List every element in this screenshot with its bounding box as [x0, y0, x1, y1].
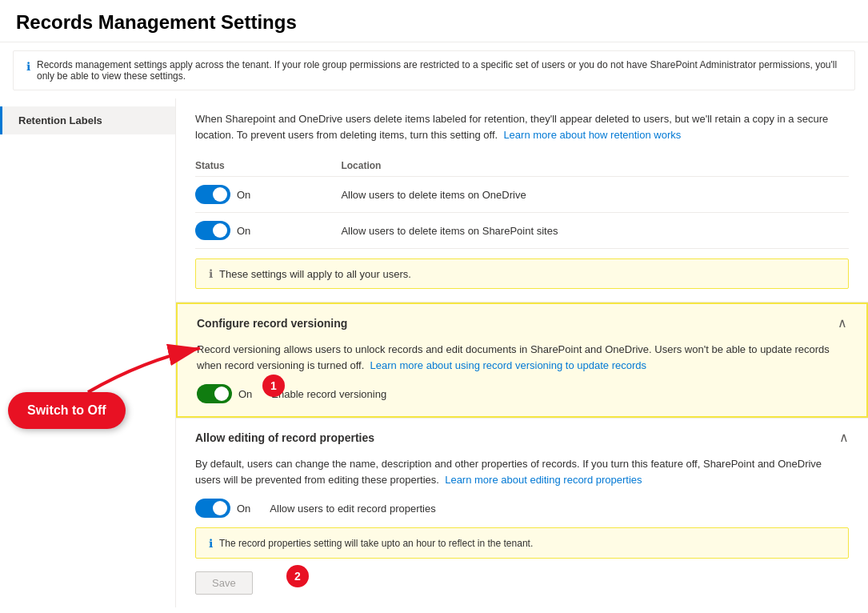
- content-area: When Sharepoint and OneDrive users delet…: [176, 98, 868, 607]
- toggle-wrapper-2: On: [195, 221, 331, 240]
- versioning-toggle-desc: Enable record versioning: [271, 388, 386, 400]
- editing-body: By default, users can change the name, d…: [176, 456, 868, 607]
- save-button[interactable]: Save: [195, 571, 253, 595]
- versioning-section: Configure record versioning ∧ Record ver…: [176, 302, 868, 418]
- editing-description: By default, users can change the name, d…: [195, 456, 849, 487]
- record-properties-info: ℹ The record properties setting will tak…: [195, 527, 849, 559]
- location-col-header: Location: [341, 155, 849, 177]
- retention-learn-more-link[interactable]: Learn more about how retention works: [503, 129, 681, 141]
- location-cell-1: Allow users to delete items on OneDrive: [341, 177, 849, 213]
- versioning-toggle[interactable]: [197, 384, 232, 403]
- all-users-text: These settings will apply to all your us…: [219, 268, 411, 280]
- onedrive-delete-toggle[interactable]: [195, 185, 230, 204]
- toggle-cell-2: On: [195, 213, 341, 249]
- retention-description: When Sharepoint and OneDrive users delet…: [195, 111, 849, 142]
- editing-toggle[interactable]: [195, 499, 230, 518]
- annotation-circle-1: 1: [262, 375, 285, 397]
- versioning-toggle-wrapper: On Enable record versioning: [197, 384, 847, 403]
- editing-chevron-icon: ∧: [839, 430, 849, 445]
- versioning-section-header[interactable]: Configure record versioning ∧: [178, 304, 866, 342]
- sidebar-item-retention-labels[interactable]: Retention Labels: [0, 106, 175, 134]
- sidebar: Retention Labels: [0, 98, 176, 607]
- onedrive-toggle-label: On: [237, 189, 250, 201]
- editing-section-header[interactable]: Allow editing of record properties ∧: [176, 418, 868, 456]
- toggle-cell-1: On: [195, 177, 341, 213]
- info-icon: ℹ: [26, 60, 30, 73]
- table-row: On Allow users to delete items on ShareP…: [195, 213, 849, 249]
- location-cell-2: Allow users to delete items on SharePoin…: [341, 213, 849, 249]
- sharepoint-toggle-label: On: [237, 225, 250, 237]
- record-info-icon: ℹ: [209, 537, 213, 550]
- page: Records Management Settings ℹ Records ma…: [0, 0, 868, 613]
- record-info-text: The record properties setting will take …: [219, 538, 533, 549]
- versioning-learn-more-link[interactable]: Learn more about using record versioning…: [370, 359, 646, 371]
- all-users-warning: ℹ These settings will apply to all your …: [195, 258, 849, 289]
- editing-title: Allow editing of record properties: [195, 431, 374, 444]
- info-banner: ℹ Records management settings apply acro…: [13, 50, 855, 90]
- editing-section: Allow editing of record properties ∧ By …: [176, 418, 868, 607]
- editing-toggle-on-label: On: [237, 503, 250, 515]
- editing-toggle-desc: Allow users to edit record properties: [270, 503, 435, 515]
- versioning-toggle-on-label: On: [238, 388, 252, 400]
- toggle-wrapper-1: On: [195, 185, 331, 204]
- editing-toggle-wrapper: On Allow users to edit record properties: [195, 499, 849, 518]
- retention-section: When Sharepoint and OneDrive users delet…: [176, 98, 868, 302]
- annotation-circle-2: 2: [286, 565, 309, 587]
- info-banner-text: Records management settings apply across…: [37, 59, 842, 82]
- retention-table: Status Location On Allo: [195, 155, 849, 249]
- main-layout: Retention Labels When Sharepoint and One…: [0, 98, 868, 607]
- sharepoint-delete-toggle[interactable]: [195, 221, 230, 240]
- editing-learn-more-link[interactable]: Learn more about editing record properti…: [445, 474, 642, 486]
- versioning-title: Configure record versioning: [197, 317, 347, 330]
- versioning-chevron-icon: ∧: [838, 315, 847, 331]
- versioning-description: Record versioning allows users to unlock…: [197, 342, 847, 373]
- page-title: Records Management Settings: [0, 0, 868, 42]
- table-row: On Allow users to delete items on OneDri…: [195, 177, 849, 213]
- warning-icon: ℹ: [209, 267, 213, 280]
- status-col-header: Status: [195, 155, 341, 177]
